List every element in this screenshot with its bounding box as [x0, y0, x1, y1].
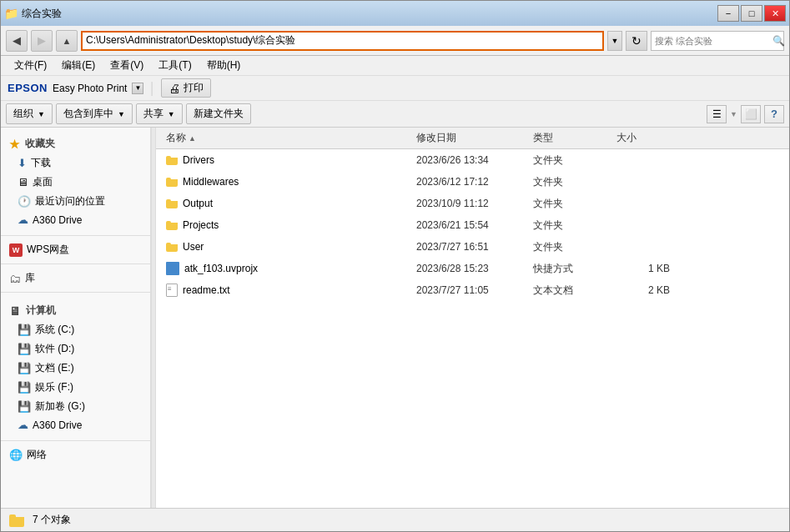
title-bar-buttons: − □ ✕ [717, 5, 786, 22]
title-bar: 📁 综合实验 − □ ✕ [1, 1, 789, 26]
sidebar-item-drive-g[interactable]: 💾 新加卷 (G:) [1, 397, 150, 416]
file-name-cell: Drivers [159, 154, 410, 166]
computer-icon: 🖥 [9, 304, 21, 318]
sidebar-item-drive-d[interactable]: 💾 软件 (D:) [1, 339, 150, 359]
file-name-label: atk_f103.uvprojx [184, 263, 258, 274]
computer-header[interactable]: 🖥 计算机 [1, 299, 150, 320]
sidebar-item-network[interactable]: 🌐 网络 [1, 443, 150, 467]
view-arrow-icon[interactable]: ▼ [730, 110, 737, 118]
search-input[interactable] [655, 36, 770, 46]
txt-icon [166, 284, 178, 297]
file-date-cell: 2023/7/27 11:05 [410, 284, 526, 296]
file-name-label: readme.txt [183, 284, 230, 296]
file-size-cell: 2 KB [610, 284, 677, 296]
sidebar-item-desktop[interactable]: 🖥 桌面 [1, 173, 150, 192]
menu-file[interactable]: 文件(F) [8, 57, 53, 74]
table-row[interactable]: User 2023/7/27 16:51 文件夹 [156, 236, 789, 258]
back-button[interactable]: ◀ [6, 30, 28, 52]
close-button[interactable]: ✕ [764, 5, 786, 22]
address-input[interactable] [86, 35, 599, 47]
address-bar-area: ◀ ▶ ▲ ▼ ↻ 🔍 [1, 26, 789, 56]
favorites-header[interactable]: ★ 收藏夹 [1, 133, 150, 153]
menu-tools[interactable]: 工具(T) [152, 57, 198, 74]
drive-d-icon: 💾 [18, 343, 31, 355]
file-name-label: Output [183, 198, 213, 209]
action-toolbar: 组织 ▼ 包含到库中 ▼ 共享 ▼ 新建文件夹 ☰ ▼ ⬜ ? [1, 101, 789, 128]
download-icon: ⬇ [18, 157, 27, 169]
sort-arrow-icon: ▲ [189, 134, 196, 143]
address-box [81, 31, 604, 51]
include-library-label: 包含到库中 [63, 107, 113, 121]
table-row[interactable]: Middlewares 2023/6/12 17:12 文件夹 [156, 171, 789, 193]
maximize-button[interactable]: □ [741, 5, 762, 22]
search-box: 🔍 [651, 31, 784, 51]
file-name-cell: Middlewares [159, 176, 410, 188]
sidebar-divider-4 [1, 440, 150, 441]
epson-app-name: Easy Photo Print [53, 83, 127, 94]
forward-button[interactable]: ▶ [31, 30, 53, 52]
view-toggle: ☰ ▼ ⬜ ? [707, 105, 784, 123]
sidebar-item-library[interactable]: 🗂 库 [1, 266, 150, 290]
column-header: 名称 ▲ 修改日期 类型 大小 [156, 128, 789, 149]
sidebar-item-a360-computer[interactable]: ☁ A360 Drive [1, 416, 150, 434]
include-library-button[interactable]: 包含到库中 ▼ [56, 103, 133, 124]
view-pane-button[interactable]: ⬜ [741, 105, 761, 123]
folder-icon [166, 220, 178, 230]
sidebar-item-a360-favorites[interactable]: ☁ A360 Drive [1, 211, 150, 228]
wps-icon: W [9, 243, 23, 257]
col-header-name[interactable]: 名称 ▲ [159, 131, 410, 145]
folder-icon [166, 155, 178, 165]
sidebar-item-drive-e[interactable]: 💾 文档 (E:) [1, 359, 150, 378]
sidebar-divider-3 [1, 292, 150, 293]
status-folder-icon [9, 514, 24, 527]
print-button[interactable]: 🖨 打印 [161, 78, 211, 98]
sidebar-divider-2 [1, 263, 150, 264]
refresh-button[interactable]: ↻ [626, 31, 647, 51]
minimize-button[interactable]: − [717, 5, 739, 22]
epson-toolbar: EPSON Easy Photo Print ▼ │ 🖨 打印 [1, 76, 789, 101]
include-library-arrow-icon: ▼ [118, 110, 125, 118]
sidebar-item-recent[interactable]: 🕐 最近访问的位置 [1, 192, 150, 211]
menu-view[interactable]: 查看(V) [103, 57, 150, 74]
file-date-cell: 2023/6/26 13:34 [410, 154, 526, 166]
menu-bar: 文件(F) 编辑(E) 查看(V) 工具(T) 帮助(H) [1, 56, 789, 76]
share-arrow-icon: ▼ [168, 110, 175, 118]
share-button[interactable]: 共享 ▼ [136, 103, 183, 124]
view-list-button[interactable]: ☰ [707, 105, 727, 123]
help-button[interactable]: ? [764, 105, 784, 123]
folder-icon [166, 198, 178, 208]
table-row[interactable]: Drivers 2023/6/26 13:34 文件夹 [156, 149, 789, 171]
library-icon: 🗂 [9, 272, 21, 285]
sidebar-item-drive-f[interactable]: 💾 娱乐 (F:) [1, 378, 150, 397]
col-header-size[interactable]: 大小 [610, 131, 677, 145]
col-header-date[interactable]: 修改日期 [410, 131, 526, 145]
desktop-icon: 🖥 [18, 176, 28, 188]
table-row[interactable]: Projects 2023/6/21 15:54 文件夹 [156, 214, 789, 236]
table-row[interactable]: Output 2023/10/9 11:12 文件夹 [156, 193, 789, 214]
file-date-cell: 2023/6/28 15:23 [410, 263, 526, 274]
table-row[interactable]: atk_f103.uvprojx 2023/6/28 15:23 快捷方式 1 … [156, 258, 789, 279]
search-icon[interactable]: 🔍 [772, 35, 785, 47]
drive-g-icon: 💾 [18, 400, 31, 413]
file-name-cell: User [159, 241, 410, 253]
favorites-section: ★ 收藏夹 ⬇ 下载 🖥 桌面 🕐 最近访问的位置 ☁ A360 Dri [1, 128, 150, 233]
status-bar: 7 个对象 [1, 508, 789, 531]
col-header-type[interactable]: 类型 [526, 131, 610, 145]
file-date-cell: 2023/6/12 17:12 [410, 176, 526, 188]
sidebar-item-drive-c[interactable]: 💾 系统 (C:) [1, 320, 150, 339]
share-label: 共享 [143, 107, 164, 121]
menu-help[interactable]: 帮助(H) [200, 57, 248, 74]
folder-icon [166, 242, 178, 252]
organize-button[interactable]: 组织 ▼ [6, 103, 53, 124]
table-row[interactable]: readme.txt 2023/7/27 11:05 文本文档 2 KB [156, 279, 789, 301]
file-type-cell: 文件夹 [526, 218, 610, 233]
new-folder-button[interactable]: 新建文件夹 [186, 103, 251, 124]
menu-edit[interactable]: 编辑(E) [55, 57, 102, 74]
epson-dropdown-button[interactable]: ▼ [132, 83, 143, 94]
organize-label: 组织 [13, 107, 33, 121]
up-button[interactable]: ▲ [56, 30, 78, 52]
sidebar-item-download[interactable]: ⬇ 下载 [1, 153, 150, 173]
sidebar-item-wps[interactable]: W WPS网盘 [1, 238, 150, 262]
file-type-cell: 快捷方式 [526, 262, 610, 276]
address-dropdown-button[interactable]: ▼ [607, 31, 622, 51]
